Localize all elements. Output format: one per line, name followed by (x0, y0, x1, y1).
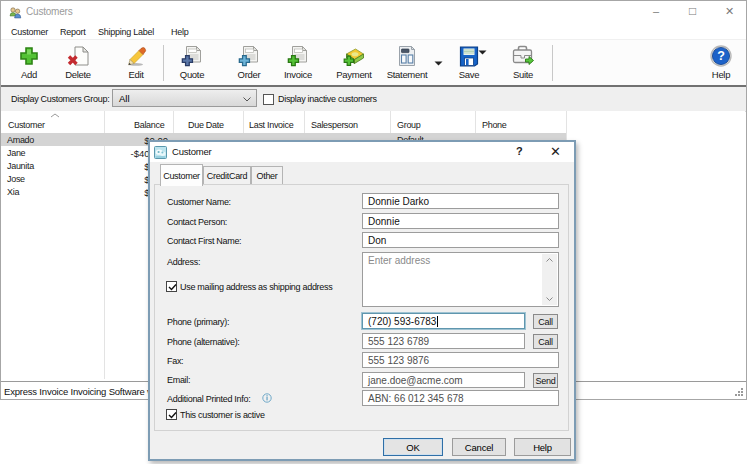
svg-text:?: ? (717, 49, 725, 63)
